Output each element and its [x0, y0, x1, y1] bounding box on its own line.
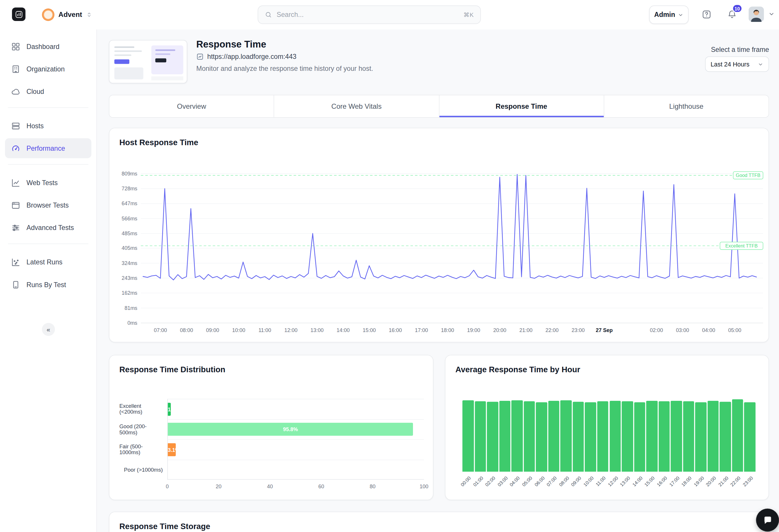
hourly-bar-18-00[interactable]: [683, 401, 695, 472]
tab-label: Lighthouse: [669, 102, 704, 110]
distribution-bar-good-200-500ms[interactable]: 95.8%: [168, 423, 413, 436]
timeframe-value: Last 24 Hours: [711, 61, 749, 68]
tab-bar: OverviewCore Web VitalsResponse TimeLigh…: [109, 95, 769, 118]
response-time-storage-card: Response Time Storage: [109, 512, 769, 532]
x-axis-tick: 07:00: [154, 327, 167, 333]
hourly-bar-15-00[interactable]: [646, 401, 658, 472]
sidebar-item-label: Performance: [26, 145, 65, 152]
user-menu-chevron-icon[interactable]: [768, 10, 775, 17]
hourly-bar-20-00[interactable]: [708, 401, 719, 472]
response-time-distribution-card: Response Time Distribution Excellent (<2…: [109, 355, 433, 500]
hourly-x-axis: 00:0001:0002:0003:0004:0005:0006:0007:00…: [445, 475, 769, 497]
page-description: Monitor and analyze the response time hi…: [196, 65, 373, 73]
sidebar-item-latest-runs[interactable]: Latest Runs: [5, 252, 91, 272]
sidebar-item-advanced-tests[interactable]: Advanced Tests: [5, 218, 91, 238]
x-axis-tick: 20:00: [493, 327, 506, 333]
help-icon[interactable]: [702, 10, 712, 19]
web-tests-chart-icon: [11, 178, 21, 187]
sidebar-item-runs-by-test[interactable]: Runs By Test: [5, 275, 91, 294]
performance-gauge-icon: [11, 143, 21, 153]
admin-menu-button[interactable]: Admin: [649, 6, 688, 24]
hourly-bar-06-00[interactable]: [536, 402, 547, 472]
threshold-badge-label: Good TTFB: [736, 173, 761, 178]
response-time-line-chart: 0ms81ms162ms243ms324ms405ms485ms566ms647…: [116, 156, 764, 334]
sidebar-item-browser-tests[interactable]: Browser Tests: [5, 195, 91, 215]
host-screenshot-thumbnail[interactable]: [109, 40, 187, 83]
x-axis-tick: 14:00: [337, 327, 350, 333]
y-axis-tick: 243ms: [122, 275, 137, 281]
sidebar-item-cloud[interactable]: Cloud: [5, 81, 91, 101]
hourly-bar-21-00[interactable]: [720, 402, 731, 472]
x-axis-tick: 15:00: [363, 327, 376, 333]
timeframe-select[interactable]: Last 24 Hours: [705, 56, 769, 72]
user-avatar[interactable]: [749, 6, 764, 22]
tab-lighthouse[interactable]: Lighthouse: [604, 95, 769, 117]
chat-widget-button[interactable]: [756, 509, 779, 532]
distribution-track: [167, 459, 424, 479]
notifications-bell-icon[interactable]: 10: [727, 10, 737, 19]
tab-label: Core Web Vitals: [331, 102, 381, 110]
y-axis-tick: 566ms: [122, 216, 137, 221]
x-axis-tick: 09:00: [206, 327, 219, 333]
hourly-bar-02-00[interactable]: [487, 402, 498, 472]
sidebar-collapse-button[interactable]: «: [42, 323, 55, 336]
hourly-bar-14-00[interactable]: [634, 402, 646, 472]
distribution-chart: Excellent (<200ms)1.1%Good (200-500ms)95…: [119, 399, 424, 479]
search-placeholder: Search...: [277, 11, 459, 19]
distribution-category-label: Fair (500-1000ms): [119, 439, 167, 459]
x-axis-tick: 03:00: [676, 327, 689, 333]
sidebar: DashboardOrganizationCloudHostsPerforman…: [0, 29, 97, 532]
chevron-down-icon: [677, 12, 683, 18]
y-axis-tick: 0ms: [127, 320, 137, 326]
sidebar-item-hosts[interactable]: Hosts: [5, 116, 91, 136]
y-axis-tick: 647ms: [122, 201, 137, 206]
org-switcher[interactable]: Advent: [42, 7, 93, 22]
chevron-down-icon: [758, 61, 764, 67]
tab-response-time[interactable]: Response Time: [439, 95, 604, 117]
distribution-bar-fair-500-1000ms[interactable]: 3.1%: [168, 443, 176, 456]
tab-overview[interactable]: Overview: [109, 95, 274, 117]
tab-core-web-vitals[interactable]: Core Web Vitals: [274, 95, 439, 117]
sidebar-item-performance[interactable]: Performance: [5, 138, 91, 158]
host-url[interactable]: https://app.loadforge.com:443: [207, 53, 297, 60]
hourly-bar-01-00[interactable]: [475, 401, 486, 472]
card-title: Host Response Time: [119, 138, 198, 147]
distribution-bar-excellent-200ms[interactable]: 1.1%: [168, 403, 171, 416]
distribution-axis-tick: 40: [267, 483, 273, 489]
runs-by-test-document-icon: [11, 280, 21, 289]
hourly-bar-04-00[interactable]: [512, 400, 523, 472]
distribution-row: Good (200-500ms)95.8%: [119, 419, 424, 439]
app-logo-icon[interactable]: [12, 8, 25, 21]
hourly-bar-23-00[interactable]: [744, 402, 756, 472]
distribution-category-label: Good (200-500ms): [119, 419, 167, 439]
hourly-bar-07-00[interactable]: [548, 401, 560, 472]
hourly-bar-10-00[interactable]: [585, 402, 596, 472]
x-axis-tick: 10:00: [232, 327, 245, 333]
browser-chart-icon: [196, 53, 204, 60]
sidebar-item-organization[interactable]: Organization: [5, 59, 91, 79]
sidebar-item-dashboard[interactable]: Dashboard: [5, 37, 91, 56]
sidebar-divider: [8, 244, 88, 244]
hourly-bar-05-00[interactable]: [524, 401, 535, 472]
sidebar-item-label: Cloud: [26, 87, 44, 95]
hourly-bar-09-00[interactable]: [573, 402, 584, 472]
hourly-bar-12-00[interactable]: [609, 401, 621, 472]
y-axis-tick: 324ms: [122, 260, 137, 266]
hourly-bar-08-00[interactable]: [560, 401, 572, 472]
hourly-bar-16-00[interactable]: [659, 401, 670, 472]
hourly-bar-03-00[interactable]: [499, 401, 511, 472]
sidebar-item-web-tests[interactable]: Web Tests: [5, 173, 91, 192]
hourly-bar-17-00[interactable]: [671, 401, 682, 472]
y-axis-tick: 162ms: [122, 290, 137, 296]
latest-runs-scatter-icon: [11, 257, 21, 267]
hourly-bar-11-00[interactable]: [597, 401, 609, 472]
hourly-bar-22-00[interactable]: [732, 399, 743, 472]
hourly-bar-13-00[interactable]: [622, 401, 633, 472]
x-axis-tick: 16:00: [389, 327, 402, 333]
distribution-axis-tick: 20: [216, 483, 222, 489]
search-input[interactable]: Search... ⌘K: [257, 6, 481, 24]
tab-label: Response Time: [495, 102, 547, 110]
hourly-bar-19-00[interactable]: [695, 402, 707, 472]
sidebar-item-label: Organization: [26, 65, 65, 73]
hourly-bar-00-00[interactable]: [462, 401, 474, 472]
